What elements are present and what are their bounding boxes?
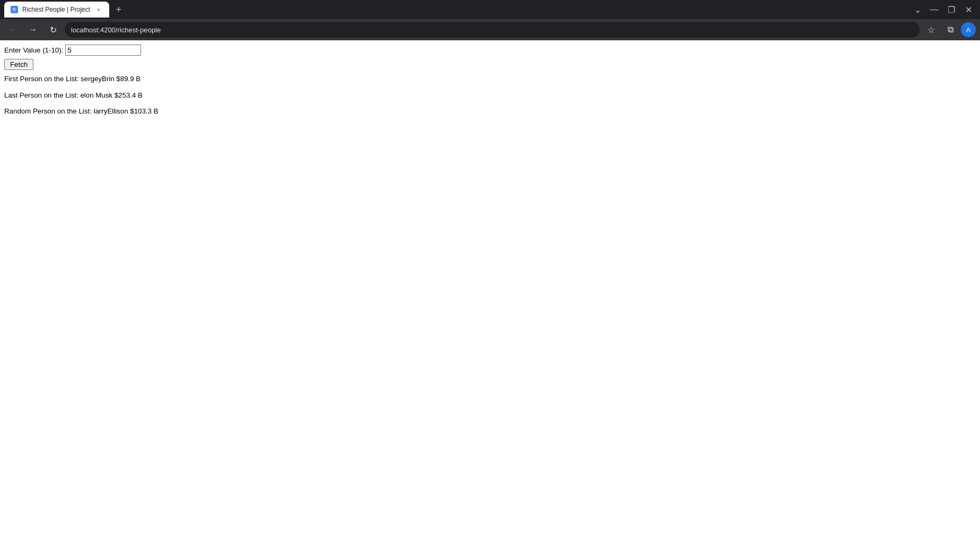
fetch-button[interactable]: Fetch [4, 59, 33, 70]
minimize-button[interactable]: — [927, 2, 942, 17]
tab-bar: R Richest People | Project × + ⌄ — ❐ ✕ [0, 0, 980, 19]
reload-button[interactable]: ↻ [45, 21, 62, 38]
bookmark-button[interactable]: ☆ [923, 21, 940, 38]
tab-title: Richest People | Project [22, 6, 90, 13]
tab-bar-controls: ⌄ — ❐ ✕ [910, 2, 976, 17]
new-tab-button[interactable]: + [111, 2, 126, 17]
profile-avatar[interactable]: A [961, 22, 976, 37]
browser-chrome: R Richest People | Project × + ⌄ — ❐ ✕ ←… [0, 0, 980, 40]
url-text: localhost:4200/richest-people [71, 26, 913, 34]
tab-close-button[interactable]: × [94, 5, 103, 14]
last-person-result: Last Person on the List: elon Musk $253.… [4, 91, 976, 101]
extensions-button[interactable]: ⧉ [942, 21, 959, 38]
address-bar[interactable]: localhost:4200/richest-people [65, 22, 920, 38]
back-button[interactable]: ← [4, 21, 21, 38]
input-label: Enter Value (1-10): [4, 46, 63, 54]
page-content: Enter Value (1-10): Fetch First Person o… [0, 40, 980, 127]
tab-favicon: R [11, 6, 18, 13]
random-person-result: Random Person on the List: larryEllison … [4, 107, 976, 117]
first-person-result: First Person on the List: sergeyBrin $89… [4, 74, 976, 84]
input-row: Enter Value (1-10): [4, 45, 976, 56]
value-input[interactable] [65, 45, 141, 56]
restore-button[interactable]: ❐ [944, 2, 959, 17]
dropdown-button[interactable]: ⌄ [910, 2, 925, 17]
close-window-button[interactable]: ✕ [961, 2, 976, 17]
active-tab[interactable]: R Richest People | Project × [4, 2, 109, 18]
toolbar-right: ☆ ⧉ A [923, 21, 976, 38]
toolbar: ← → ↻ localhost:4200/richest-people ☆ ⧉ … [0, 19, 980, 40]
forward-button[interactable]: → [24, 21, 41, 38]
